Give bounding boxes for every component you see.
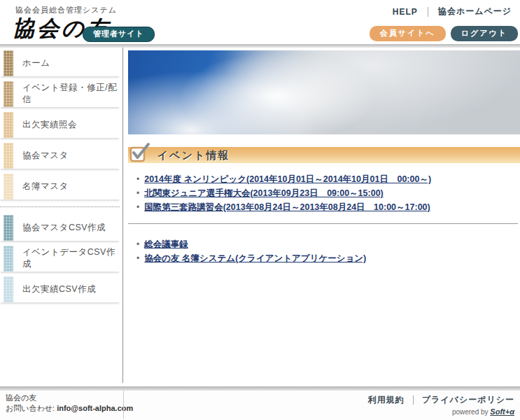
menu-square-icon bbox=[3, 50, 13, 76]
sidebar-item-attendance-inquiry[interactable]: 出欠実績照会 bbox=[0, 111, 120, 138]
footer: 協会の友 お問い合わせ: info@soft-alpha.com 利用規約 プラ… bbox=[0, 391, 520, 420]
other-link-list: 総会議事録 協会の友 名簿システム(クライアントアプリケーション) bbox=[128, 239, 520, 263]
link-general-meeting-minutes[interactable]: 総会議事録 bbox=[144, 239, 188, 249]
sidebar-item-label: イベントデータCSV作成 bbox=[22, 246, 120, 270]
sidebar-item-label: 協会マスタCSV作成 bbox=[22, 222, 106, 234]
soft-alpha-brand-link[interactable]: Soft+α bbox=[490, 407, 514, 416]
sidebar-item-roster-master[interactable]: 名簿マスタ bbox=[0, 173, 120, 200]
list-item: 協会の友 名簿システム(クライアントアプリケーション) bbox=[136, 253, 520, 263]
menu-square-icon bbox=[3, 215, 13, 241]
main-content: イベント情報 2014年度 ネンリンピック(2014年10月01日～2014年1… bbox=[124, 48, 520, 383]
section-title: イベント情報 bbox=[157, 149, 230, 162]
footer-site-name: 協会の友 bbox=[6, 393, 133, 403]
menu-square-icon bbox=[3, 81, 13, 107]
menu-square-icon bbox=[3, 174, 13, 200]
menu-square-icon bbox=[3, 246, 13, 272]
menu-square-icon bbox=[3, 112, 13, 138]
sidebar-item-association-master[interactable]: 協会マスタ bbox=[0, 142, 120, 169]
sidebar-item-label: 名簿マスタ bbox=[22, 181, 69, 192]
footer-links-divider bbox=[413, 396, 414, 405]
top-buttons: 会員サイトへ ログアウト bbox=[370, 26, 518, 41]
sidebar-item-event-register[interactable]: イベント登録・修正/配信 bbox=[0, 80, 120, 107]
sidebar-item-association-master-csv[interactable]: 協会マスタCSV作成 bbox=[0, 214, 120, 241]
top-links: HELP 協会ホームページ bbox=[393, 6, 512, 18]
sidebar-item-label: ホーム bbox=[22, 57, 50, 69]
list-item: 北関東ジュニア選手権大会(2013年09月23日 09:00～15:00) bbox=[136, 188, 520, 198]
sidebar-item-home[interactable]: ホーム bbox=[0, 50, 120, 76]
help-link[interactable]: HELP bbox=[393, 7, 418, 17]
list-item: 2014年度 ネンリンピック(2014年10月01日～2014年10月01日 0… bbox=[136, 174, 520, 184]
association-homepage-link[interactable]: 協会ホームページ bbox=[438, 6, 512, 18]
admin-site-badge: 管理者サイト bbox=[83, 27, 155, 42]
logout-button[interactable]: ログアウト bbox=[451, 26, 518, 41]
event-link-nenrinpic[interactable]: 2014年度 ネンリンピック(2014年10月01日～2014年10月01日 0… bbox=[144, 174, 431, 184]
member-site-button[interactable]: 会員サイトへ bbox=[370, 26, 446, 41]
footer-contact-block: 協会の友 お問い合わせ: info@soft-alpha.com bbox=[6, 393, 133, 414]
terms-of-use-link[interactable]: 利用規約 bbox=[368, 394, 405, 406]
top-links-divider bbox=[428, 7, 428, 17]
sidebar-item-attendance-csv[interactable]: 出欠実績CSV作成 bbox=[0, 276, 120, 302]
sidebar-item-label: 協会マスタ bbox=[22, 150, 69, 162]
powered-by: powered by Soft+α bbox=[452, 407, 514, 416]
content-separator bbox=[128, 223, 518, 224]
link-roster-client-app[interactable]: 協会の友 名簿システム(クライアントアプリケーション) bbox=[144, 253, 366, 263]
contact-email[interactable]: info@soft-alpha.com bbox=[57, 404, 133, 412]
sidebar: ホーム イベント登録・修正/配信 出欠実績照会 協会マスタ 名簿マスタ 協会マス… bbox=[0, 48, 123, 383]
footer-contact-line: お問い合わせ: info@soft-alpha.com bbox=[6, 403, 133, 414]
event-link-kokusai-taolu[interactable]: 国際第三套路講習会(2013年08月24日～2013年08月24日 10:00～… bbox=[144, 202, 430, 212]
footer-vertical-divider bbox=[123, 391, 124, 419]
event-link-kitakanto-junior[interactable]: 北関東ジュニア選手権大会(2013年09月23日 09:00～15:00) bbox=[144, 188, 384, 198]
event-info-section-header: イベント情報 bbox=[128, 147, 520, 163]
sidebar-item-label: イベント登録・修正/配信 bbox=[22, 82, 120, 106]
sidebar-item-event-data-csv[interactable]: イベントデータCSV作成 bbox=[0, 245, 120, 272]
menu-square-icon bbox=[3, 143, 13, 169]
list-item: 総会議事録 bbox=[136, 239, 520, 249]
sidebar-item-label: 出欠実績CSV作成 bbox=[22, 284, 96, 295]
checkbox-check-icon bbox=[129, 142, 150, 163]
contact-label: お問い合わせ: bbox=[6, 404, 55, 412]
powered-by-label: powered by bbox=[452, 408, 489, 416]
page: 協会会員総合管理システム 協会の友 管理者サイト HELP 協会ホームページ 会… bbox=[0, 0, 520, 420]
sidebar-item-label: 出欠実績照会 bbox=[22, 119, 77, 131]
header: 協会会員総合管理システム 協会の友 管理者サイト HELP 協会ホームページ 会… bbox=[0, 0, 520, 44]
footer-links: 利用規約 プライバシーポリシー bbox=[368, 394, 514, 406]
sidebar-divider bbox=[0, 206, 120, 207]
privacy-policy-link[interactable]: プライバシーポリシー bbox=[422, 394, 514, 406]
list-item: 国際第三套路講習会(2013年08月24日～2013年08月24日 10:00～… bbox=[136, 202, 520, 212]
sky-banner-image bbox=[128, 50, 520, 134]
menu-square-icon bbox=[3, 276, 13, 302]
event-list: 2014年度 ネンリンピック(2014年10月01日～2014年10月01日 0… bbox=[128, 174, 520, 212]
